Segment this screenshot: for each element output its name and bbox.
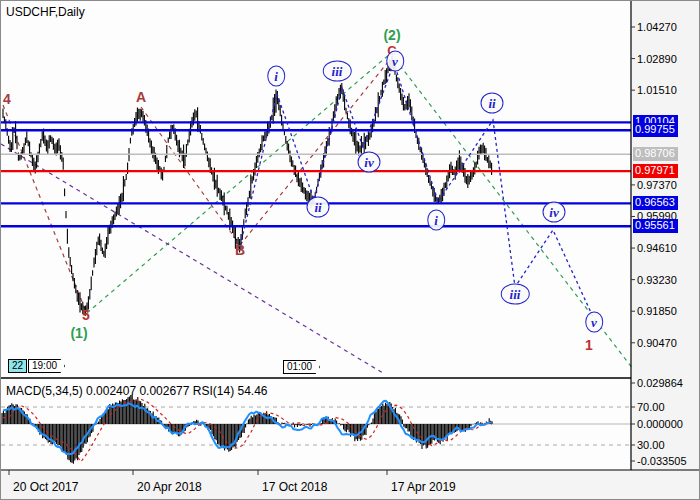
macd-axis-label: 0.029864	[637, 377, 683, 389]
wave-label-1[interactable]: 1	[585, 337, 593, 353]
wave-circle-label-iv[interactable]: iv	[358, 152, 381, 173]
price-axis-label: 1.02890	[637, 53, 677, 65]
price-axis-label: 0.93230	[637, 274, 677, 286]
price-axis-label: 1.01510	[637, 84, 677, 96]
time-axis-strip[interactable]	[1, 470, 700, 500]
price-level-badge[interactable]: 0.99755	[633, 123, 678, 137]
chart-title: USDCHF,Daily	[6, 5, 85, 19]
trading-chart-window: USDCHF,Daily MACD(5,34,5) 0.002407 0.002…	[0, 0, 700, 500]
date-label[interactable]: 17 Apr 2019	[391, 480, 456, 494]
wave-circle-label-iii[interactable]: iii	[323, 61, 352, 82]
price-axis-label: 1.04270	[637, 21, 677, 33]
wave-label-5[interactable]: 5	[82, 307, 90, 323]
wave-label-A[interactable]: A	[136, 89, 146, 105]
wave-label-B[interactable]: B	[235, 242, 245, 258]
wave-label-1[interactable]: (1)	[70, 325, 87, 341]
date-label[interactable]: 17 Oct 2018	[262, 480, 327, 494]
price-axis-label: 0.90470	[637, 337, 677, 349]
price-level-badge[interactable]: 0.97971	[633, 164, 678, 178]
price-level-badge[interactable]: 0.98706	[633, 147, 678, 161]
price-level-badge[interactable]: 0.95561	[633, 219, 678, 233]
price-axis-label: 0.94610	[637, 242, 677, 254]
price-level-badge[interactable]: 0.96563	[633, 196, 678, 210]
wave-circle-label-ii[interactable]: ii	[481, 93, 504, 114]
wave-circle-label-v[interactable]: v	[585, 312, 603, 333]
price-axis-strip[interactable]	[631, 1, 700, 470]
wave-label-4[interactable]: 4	[3, 91, 11, 107]
time-tag[interactable]: 01:00	[283, 360, 320, 374]
wave-circle-label-v[interactable]: v	[386, 51, 404, 72]
chart-canvas[interactable]	[1, 1, 700, 500]
wave-circle-label-iv[interactable]: iv	[543, 202, 566, 223]
wave-label-2[interactable]: (2)	[383, 27, 400, 43]
macd-axis-label: -0.033505	[637, 455, 687, 467]
time-tag[interactable]: 19:00	[28, 359, 65, 373]
price-axis-label: 0.97370	[637, 179, 677, 191]
wave-circle-label-iii[interactable]: iii	[501, 284, 530, 305]
macd-axis-label: 30.00	[637, 439, 665, 451]
macd-axis-label: 70.00	[637, 401, 665, 413]
date-label[interactable]: 20 Apr 2018	[137, 480, 202, 494]
wave-circle-label-i[interactable]: i	[427, 210, 445, 231]
wave-circle-label-ii[interactable]: ii	[307, 197, 330, 218]
date-label[interactable]: 20 Oct 2017	[13, 480, 78, 494]
price-axis-label: 0.91850	[637, 305, 677, 317]
time-tag[interactable]: 22	[8, 359, 27, 373]
wave-circle-label-i[interactable]: i	[267, 66, 285, 87]
macd-indicator-label: MACD(5,34,5) 0.002407 0.002677 RSI(14) 5…	[6, 384, 268, 398]
macd-axis-label: 0.000000	[637, 418, 683, 430]
main-pane[interactable]	[1, 1, 631, 378]
